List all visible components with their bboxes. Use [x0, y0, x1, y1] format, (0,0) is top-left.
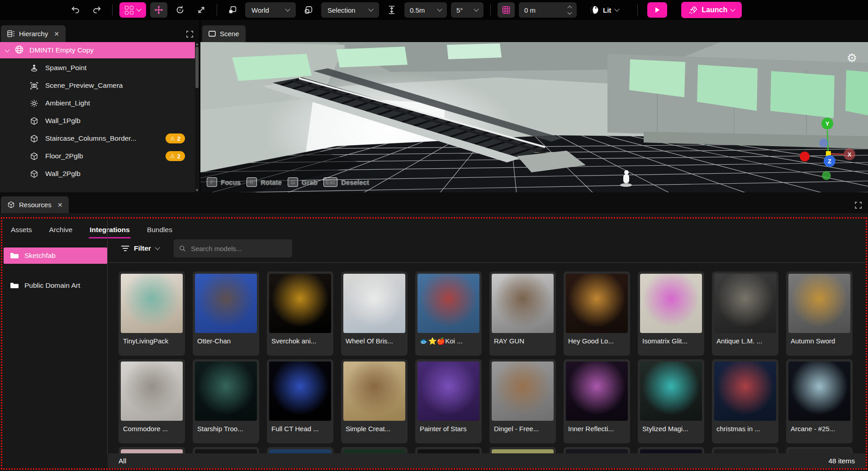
tree-item[interactable]: Floor_2Pglb ⚠2	[0, 148, 195, 164]
space-mode-dropdown[interactable]: World	[245, 2, 296, 18]
search-box[interactable]	[174, 239, 292, 257]
angle-snap-dropdown[interactable]: 5°	[451, 2, 484, 18]
gizmo-y-neg[interactable]	[822, 171, 831, 180]
tab-hierarchy[interactable]: Hierarchy ✕	[1, 25, 66, 42]
model-card[interactable]: 🐟⭐🍎Koi ...	[415, 271, 482, 356]
hierarchy-scrollbar[interactable]: ▲ ▼	[195, 42, 199, 192]
viewport-settings-gear-icon[interactable]: ⚙	[847, 52, 857, 64]
model-card[interactable]: Starship Troo...	[193, 359, 259, 443]
hierarchy-tabbar: Hierarchy ✕	[0, 20, 199, 42]
resources-tab-bundles[interactable]: Bundles	[146, 223, 173, 237]
expand-icon[interactable]	[186, 31, 193, 38]
height-snap-toggle[interactable]	[383, 2, 400, 18]
model-name: Antique L.M. ...	[714, 333, 776, 345]
search-input[interactable]	[190, 244, 287, 253]
model-card[interactable]: Otter-Chan	[193, 271, 259, 356]
model-thumbnail	[640, 274, 702, 333]
tree-item[interactable]: Wall_1Pglb	[0, 113, 195, 129]
expand-icon[interactable]	[855, 202, 862, 209]
axis-gizmo[interactable]: Y X Z	[796, 112, 863, 180]
model-thumbnail	[343, 362, 405, 421]
pivot-value: Selection	[327, 6, 356, 14]
tree-item[interactable]: Wall_2Pglb	[0, 166, 195, 182]
model-card[interactable]: Arcane - #25...	[786, 359, 853, 443]
four-squares-icon	[125, 6, 133, 14]
gizmo-z-neg[interactable]	[819, 138, 828, 147]
tree-item[interactable]: Ambient_Light	[0, 95, 195, 111]
sidebar-folder-item[interactable]: Sketchfab	[4, 247, 107, 264]
model-thumbnail	[788, 362, 850, 421]
undo-button[interactable]	[67, 2, 84, 18]
model-card[interactable]: Wheel Of Bris...	[341, 271, 408, 356]
model-card[interactable]: Full CT Head ...	[267, 359, 333, 443]
model-card[interactable]: RAY GUN	[489, 271, 556, 356]
model-card-partial[interactable]	[489, 447, 556, 454]
model-name: Commodore ...	[121, 421, 183, 433]
rotate-tool-button[interactable]	[171, 2, 189, 18]
render-mode-dropdown[interactable]: Lit	[587, 5, 621, 15]
tab-scene[interactable]: Scene	[202, 25, 246, 42]
play-button[interactable]	[647, 2, 667, 18]
filter-button[interactable]: Filter	[119, 244, 162, 253]
sidebar-folder-item[interactable]: Public Domain Art	[4, 277, 107, 294]
close-icon[interactable]: ✕	[54, 30, 59, 38]
stepper-arrows[interactable]	[568, 6, 571, 14]
resources-tab-assets[interactable]: Assets	[10, 223, 33, 237]
resources-tab-integrations[interactable]: Integrations	[89, 223, 131, 237]
pivot-dropdown[interactable]: Selection	[321, 2, 379, 18]
model-card[interactable]: Stylized Magi...	[638, 359, 704, 443]
model-card[interactable]: Commodore ...	[119, 359, 185, 443]
model-card[interactable]: Dingel - Free...	[489, 359, 556, 443]
bounds-button[interactable]	[300, 2, 317, 18]
tree-item[interactable]: Spawn_Point	[0, 60, 195, 76]
model-card-partial[interactable]	[638, 447, 704, 454]
model-card-partial[interactable]	[341, 447, 408, 454]
scrollbar-thumb[interactable]	[195, 47, 199, 88]
tree-item[interactable]: Staircase_Columns_Border... ⚠2	[0, 130, 195, 147]
model-card[interactable]: Autumn Sword	[786, 271, 853, 356]
model-card[interactable]: Sverchok ani...	[267, 271, 333, 356]
scale-tool-button[interactable]	[193, 2, 210, 18]
toolbar-divider	[217, 4, 217, 16]
grid-snap-dropdown[interactable]: 0.5m	[404, 2, 447, 18]
scroll-up-icon[interactable]: ▲	[195, 42, 199, 46]
gizmo-y-label: Y	[825, 120, 830, 127]
scroll-down-icon[interactable]: ▼	[195, 188, 199, 192]
layout-tool-button[interactable]	[119, 2, 146, 18]
gizmo-x-neg[interactable]	[800, 152, 810, 162]
model-card-partial[interactable]	[786, 447, 853, 454]
model-card-partial[interactable]	[564, 447, 630, 454]
move-tool-button[interactable]	[150, 2, 167, 18]
grid-toggle-button[interactable]	[498, 2, 515, 18]
model-card[interactable]: Isomatrix Glit...	[638, 271, 704, 356]
height-value-stepper[interactable]: 0 m	[519, 2, 577, 18]
resources-tab-archive[interactable]: Archive	[48, 223, 74, 237]
warning-badge[interactable]: ⚠2	[166, 151, 185, 161]
tree-item-root[interactable]: DMINTI Empty Copy	[0, 42, 195, 58]
model-card-partial[interactable]	[119, 447, 185, 454]
model-card[interactable]: Inner Reflecti...	[564, 359, 630, 443]
scale-icon	[196, 5, 206, 15]
viewport-3d[interactable]: ⚙ Y X Z F Focus	[200, 42, 868, 192]
model-card[interactable]: Simple Creat...	[341, 359, 408, 443]
footer-scope-label: All	[119, 457, 126, 465]
close-icon[interactable]: ✕	[57, 201, 63, 209]
model-card[interactable]: TinyLivingPack	[119, 271, 185, 356]
model-card-partial[interactable]	[712, 447, 778, 454]
redo-button[interactable]	[88, 2, 105, 18]
tree-item[interactable]: Scene_Preview_Camera	[0, 77, 195, 94]
duplicate-button[interactable]	[224, 2, 241, 18]
model-card[interactable]: Antique L.M. ...	[712, 271, 778, 356]
model-card-partial[interactable]	[415, 447, 482, 454]
warning-badge[interactable]: ⚠2	[166, 133, 185, 143]
model-card-partial[interactable]	[193, 447, 259, 454]
model-card[interactable]: christmas in ...	[712, 359, 778, 443]
tab-resources[interactable]: Resources ✕	[1, 196, 69, 213]
launch-button[interactable]: Launch	[681, 2, 742, 18]
chevron-down-icon	[730, 6, 735, 11]
model-card-partial[interactable]	[267, 447, 333, 454]
model-card[interactable]: Painter of Stars	[415, 359, 482, 443]
model-card[interactable]: Hey Good Lo...	[564, 271, 630, 356]
move-icon	[154, 5, 164, 15]
chevron-down-icon[interactable]	[5, 47, 9, 52]
